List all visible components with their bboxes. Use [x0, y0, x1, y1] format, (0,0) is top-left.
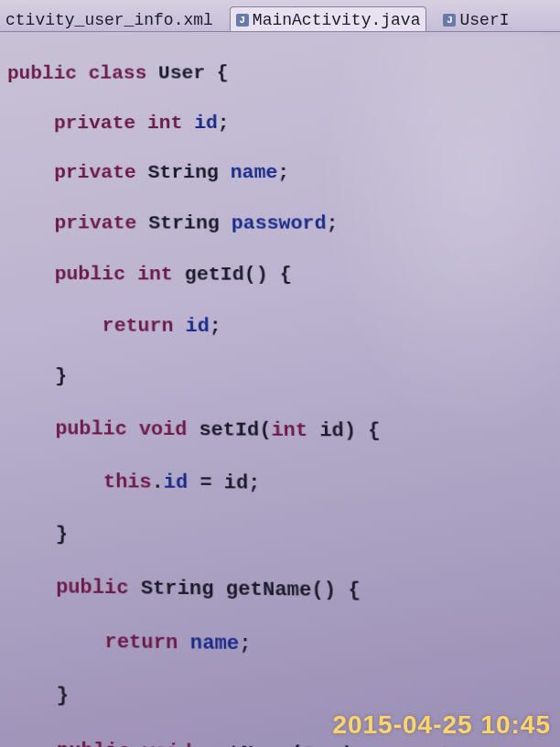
tab-main-activity-java[interactable]: J MainActivity.java	[230, 6, 427, 31]
code-editor[interactable]: public class User { private int id; priv…	[0, 30, 560, 747]
code-line: return name;	[7, 628, 560, 663]
code-line: this.id = id;	[7, 469, 560, 500]
code-line: public int getId() {	[7, 262, 560, 289]
tab-label: UserI	[459, 11, 509, 29]
code-line: public String getName() {	[7, 575, 560, 609]
code-line: }	[7, 364, 560, 394]
tab-label: MainActivity.java	[253, 11, 421, 29]
code-line: public class User {	[7, 60, 560, 87]
tab-user-i[interactable]: J UserI	[437, 7, 514, 31]
code-line: private String password;	[7, 211, 560, 238]
code-line: }	[7, 521, 560, 554]
code-line: public void setId(int id) {	[7, 417, 560, 447]
tab-label: ctivity_user_info.xml	[5, 11, 213, 29]
tab-user-info-xml[interactable]: ctivity_user_info.xml	[0, 7, 219, 31]
java-file-icon: J	[443, 14, 456, 27]
camera-timestamp-overlay: 2015-04-25 10:45	[332, 710, 551, 740]
code-line: private String name;	[7, 161, 560, 187]
ide-screenshot: ctivity_user_info.xml J MainActivity.jav…	[0, 0, 560, 747]
java-file-icon: J	[236, 14, 249, 27]
editor-tab-bar: ctivity_user_info.xml J MainActivity.jav…	[0, 0, 560, 32]
code-line: return id;	[7, 313, 560, 341]
code-line: private int id;	[7, 111, 560, 136]
